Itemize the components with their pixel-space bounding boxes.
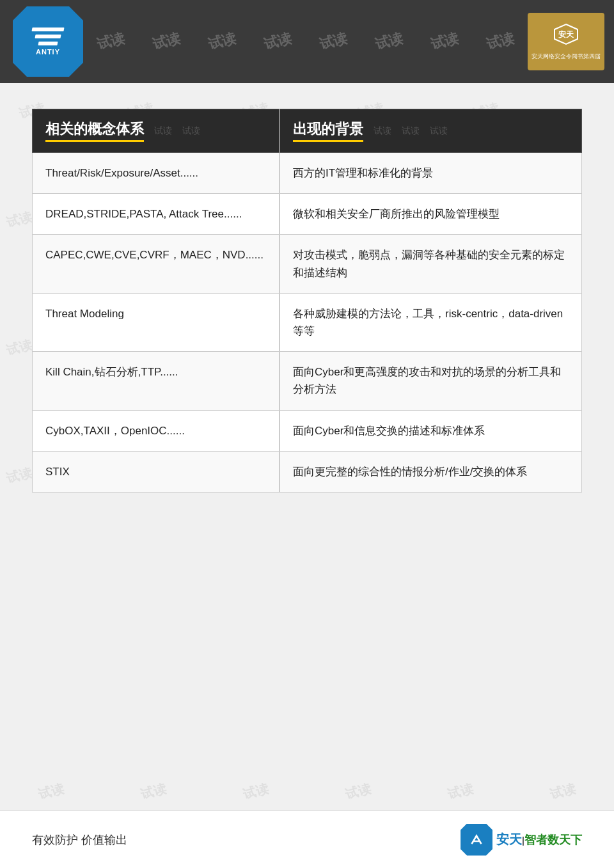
table-row: CAPEC,CWE,CVE,CVRF，MAEC，NVD......对攻击模式，脆… <box>33 235 582 293</box>
table-cell-right: 面向Cyber和信息交换的描述和标准体系 <box>279 410 581 451</box>
bwm-6: 试读 <box>548 780 578 803</box>
table-cell-right: 面向更完整的综合性的情报分析/作业/交换的体系 <box>279 451 581 492</box>
footer-brand-text: 安天|智者数天下 <box>496 831 582 848</box>
header: ANTIY 试读 试读 试读 试读 试读 试读 试读 试读 安天 安天网络安全令… <box>0 0 614 83</box>
svg-text:安天: 安天 <box>558 30 574 39</box>
bwm-3: 试读 <box>241 780 271 803</box>
watermark-2: 试读 <box>150 29 182 54</box>
bwm-1: 试读 <box>36 780 66 803</box>
table-cell-left: DREAD,STRIDE,PASTA, Attack Tree...... <box>33 194 280 235</box>
bwm-4: 试读 <box>343 780 373 803</box>
table-cell-left: STIX <box>33 451 280 492</box>
logo-stripes <box>32 28 64 45</box>
logo-text: ANTIY <box>36 48 60 56</box>
cwm-6: 试读 <box>4 208 34 231</box>
table-row: STIX面向更完整的综合性的情报分析/作业/交换的体系 <box>33 451 582 492</box>
watermark-4: 试读 <box>262 29 294 54</box>
watermark-6: 试读 <box>373 29 405 54</box>
table-cell-right: 西方的IT管理和标准化的背景 <box>279 153 581 194</box>
col1-header: 相关的概念体系 试读 试读 <box>33 109 280 153</box>
table-cell-right: 各种威胁建模的方法论，工具，risk-centric，data-driven等等 <box>279 293 581 351</box>
logo: ANTIY <box>13 6 83 77</box>
footer: 有效防护 价值输出 安天|智者数天下 <box>0 810 614 868</box>
table-cell-right: 对攻击模式，脆弱点，漏洞等各种基础的安全元素的标定和描述结构 <box>279 235 581 293</box>
watermark-1: 试读 <box>95 29 127 54</box>
main-content: 试读 试读 试读 试读 试读 试读 试读 试读 试读 试读 试读 试读 试读 相… <box>0 83 614 512</box>
table-cell-left: CybOX,TAXII，OpenIOC...... <box>33 410 280 451</box>
logo-stripe-2 <box>35 35 61 38</box>
logo-stripe-3 <box>38 42 58 45</box>
table-cell-left: CAPEC,CWE,CVE,CVRF，MAEC，NVD...... <box>33 235 280 293</box>
bottom-watermarks: 试读 试读 试读 试读 试读 试读 <box>0 772 614 810</box>
table-cell-left: Kill Chain,钻石分析,TTP...... <box>33 352 280 410</box>
bwm-2: 试读 <box>139 780 168 803</box>
brand-text: 安天网络安全令闻书第四届 <box>531 52 601 61</box>
col2-header: 出现的背景 试读 试读 试读 <box>279 109 581 153</box>
table-cell-left: Threat/Risk/Exposure/Asset...... <box>33 153 280 194</box>
table-cell-right: 微软和相关安全厂商所推出的风险管理模型 <box>279 194 581 235</box>
header-brand: 安天 安天网络安全令闻书第四届 <box>528 13 604 70</box>
bwm-5: 试读 <box>446 780 475 803</box>
table-row: Threat/Risk/Exposure/Asset......西方的IT管理和… <box>33 153 582 194</box>
table-row: CybOX,TAXII，OpenIOC......面向Cyber和信息交换的描述… <box>33 410 582 451</box>
watermark-7: 试读 <box>429 29 460 54</box>
table-row: DREAD,STRIDE,PASTA, Attack Tree......微软和… <box>33 194 582 235</box>
table-row: Threat Modeling各种威胁建模的方法论，工具，risk-centri… <box>33 293 582 351</box>
footer-logo-subtext: 安天|智者数天下 <box>496 831 582 848</box>
table-cell-right: 面向Cyber和更高强度的攻击和对抗的场景的分析工具和分析方法 <box>279 352 581 410</box>
footer-logo-icon <box>460 824 492 856</box>
footer-slogan: 有效防护 价值输出 <box>32 832 127 848</box>
table-header-row: 相关的概念体系 试读 试读 出现的背景 试读 试读 试读 <box>33 109 582 153</box>
watermark-8: 试读 <box>484 29 516 54</box>
table-row: Kill Chain,钻石分析,TTP......面向Cyber和更高强度的攻击… <box>33 352 582 410</box>
footer-logo: 安天|智者数天下 <box>460 824 582 856</box>
brand-icon: 安天 <box>553 23 579 50</box>
watermark-3: 试读 <box>206 29 238 54</box>
watermark-5: 试读 <box>317 29 349 54</box>
main-table: 相关的概念体系 试读 试读 出现的背景 试读 试读 试读 Threat/Risk… <box>32 109 582 493</box>
cwm-8: 试读 <box>4 464 34 487</box>
table-cell-left: Threat Modeling <box>33 293 280 351</box>
logo-stripe-1 <box>31 28 64 31</box>
cwm-7: 试读 <box>4 336 34 359</box>
header-watermark-area: 试读 试读 试读 试读 试读 试读 试读 试读 <box>83 0 528 83</box>
